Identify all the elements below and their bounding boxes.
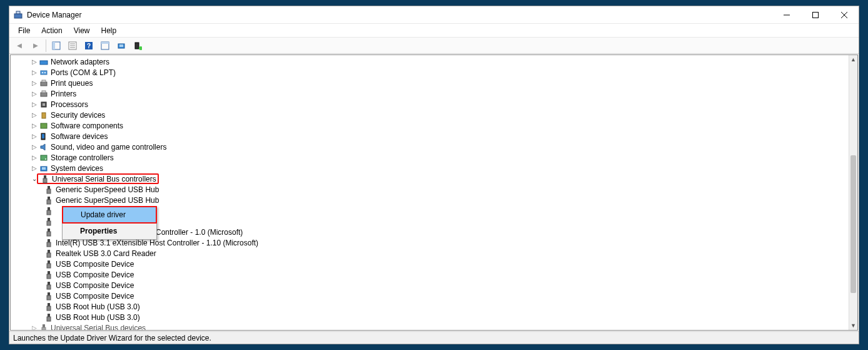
svg-rect-46 xyxy=(47,210,51,215)
expand-arrow-icon[interactable]: ▷ xyxy=(31,101,38,108)
svg-rect-47 xyxy=(48,218,50,221)
properties-button[interactable] xyxy=(65,39,80,53)
svg-rect-51 xyxy=(48,239,50,242)
usb-icon xyxy=(44,195,54,205)
menu-help[interactable]: Help xyxy=(96,25,122,36)
expand-arrow-icon[interactable]: ▷ xyxy=(31,324,38,330)
svg-rect-15 xyxy=(101,42,109,44)
scroll-up-button[interactable]: ▲ xyxy=(849,55,857,64)
close-button[interactable] xyxy=(830,6,859,24)
svg-rect-18 xyxy=(135,43,139,49)
svg-rect-66 xyxy=(47,317,51,321)
device-manager-window: Device Manager File Action View Help ◄ ► xyxy=(9,6,859,344)
expand-arrow-icon[interactable]: ▷ xyxy=(31,69,38,76)
expand-arrow-icon[interactable]: ▷ xyxy=(31,80,38,86)
svg-rect-62 xyxy=(47,296,51,300)
usb-icon xyxy=(44,291,54,301)
expand-arrow-icon[interactable]: ▷ xyxy=(31,165,38,172)
svg-rect-68 xyxy=(42,327,46,331)
network-adapter-icon xyxy=(39,57,49,67)
usb-icon xyxy=(44,217,54,227)
tree-item[interactable]: ▷Ports (COM & LPT) xyxy=(13,67,849,78)
tree-item[interactable]: ▷Processors xyxy=(13,99,849,110)
printer-icon xyxy=(39,78,49,88)
back-button[interactable]: ◄ xyxy=(12,39,27,53)
svg-point-36 xyxy=(45,158,46,160)
tree-item[interactable]: ▷Storage controllers xyxy=(13,152,849,163)
tree-item[interactable]: ▷Print queues xyxy=(13,78,849,88)
usb-icon xyxy=(44,185,54,195)
usb-icon xyxy=(39,323,49,331)
tree-item[interactable]: ▷Printers xyxy=(13,88,849,99)
tree-item-usb-controllers[interactable]: ⌄ Universal Serial Bus controllers xyxy=(13,173,849,184)
vertical-scrollbar[interactable]: ▲ ▼ xyxy=(849,55,857,330)
titlebar: Device Manager xyxy=(9,6,859,24)
tree-item[interactable]: ▷Sound, video and game controllers xyxy=(13,142,849,152)
expand-arrow-icon[interactable]: ▷ xyxy=(31,58,38,65)
svg-rect-25 xyxy=(42,80,46,82)
tree-item[interactable]: ▷Network adapters xyxy=(13,56,849,67)
tree-item[interactable]: ▷System devices xyxy=(13,163,849,173)
expand-arrow-icon[interactable]: ▷ xyxy=(31,133,38,140)
svg-rect-60 xyxy=(47,285,51,289)
show-hide-tree-button[interactable] xyxy=(49,39,64,53)
security-icon xyxy=(39,110,49,120)
svg-rect-1 xyxy=(16,11,20,14)
tree-item[interactable]: Generic SuperSpeed USB Hub xyxy=(13,184,849,195)
device-tree[interactable]: ▷Network adapters ▷Ports (COM & LPT) ▷Pr… xyxy=(13,55,849,330)
tree-item[interactable]: ▷Software components xyxy=(13,120,849,131)
ctx-update-driver[interactable]: Update driver xyxy=(62,206,157,224)
svg-rect-0 xyxy=(14,14,22,18)
usb-icon xyxy=(44,206,54,216)
maximize-button[interactable] xyxy=(801,6,830,24)
window-title: Device Manager xyxy=(27,11,81,19)
svg-rect-61 xyxy=(48,292,50,296)
svg-point-19 xyxy=(139,46,142,50)
expand-arrow-icon[interactable]: ▷ xyxy=(31,90,38,97)
scroll-down-button[interactable]: ▼ xyxy=(849,321,857,330)
usb-icon xyxy=(44,227,54,237)
highlight-annotation: Universal Serial Bus controllers xyxy=(37,173,159,184)
tree-item[interactable]: ▷Universal Serial Bus devices xyxy=(13,322,849,330)
ctx-properties[interactable]: Properties xyxy=(63,223,156,239)
storage-icon xyxy=(39,153,49,163)
svg-rect-45 xyxy=(48,207,50,210)
menu-file[interactable]: File xyxy=(13,25,35,36)
tree-item[interactable]: USB Composite Device xyxy=(13,291,849,301)
forward-button[interactable]: ► xyxy=(28,39,43,53)
svg-rect-31 xyxy=(41,123,47,128)
tree-item[interactable]: USB Composite Device xyxy=(13,280,849,291)
view-button[interactable] xyxy=(98,39,113,53)
svg-point-22 xyxy=(42,72,43,73)
menu-view[interactable]: View xyxy=(69,25,95,36)
svg-rect-64 xyxy=(47,306,51,311)
scan-hardware-button[interactable] xyxy=(114,39,129,53)
svg-rect-56 xyxy=(47,264,51,268)
svg-rect-30 xyxy=(42,113,46,118)
tree-item[interactable]: USB Composite Device xyxy=(13,269,849,280)
minimize-button[interactable] xyxy=(772,6,801,24)
expand-arrow-icon[interactable]: ▷ xyxy=(31,122,38,129)
menu-action[interactable]: Action xyxy=(36,25,67,36)
svg-point-23 xyxy=(44,72,46,73)
tree-item[interactable]: ▷Software devices xyxy=(13,131,849,142)
tree-item[interactable]: Realtek USB 3.0 Card Reader xyxy=(13,248,849,259)
tree-item[interactable]: ▷Security devices xyxy=(13,110,849,120)
svg-rect-24 xyxy=(41,82,47,86)
tree-item[interactable]: USB Root Hub (USB 3.0) xyxy=(13,312,849,322)
expand-arrow-icon[interactable]: ▷ xyxy=(31,143,38,150)
tree-item[interactable]: USB Root Hub (USB 3.0) xyxy=(13,301,849,312)
expand-arrow-icon[interactable]: ▷ xyxy=(31,154,38,161)
add-hardware-button[interactable] xyxy=(130,39,145,53)
help-button[interactable]: ? xyxy=(81,39,96,53)
tree-item[interactable]: Generic SuperSpeed USB Hub xyxy=(13,195,849,205)
svg-rect-41 xyxy=(48,186,50,189)
svg-rect-43 xyxy=(48,197,50,200)
svg-rect-55 xyxy=(48,260,50,264)
expand-arrow-icon[interactable]: ▷ xyxy=(31,111,38,118)
usb-icon xyxy=(44,270,54,280)
svg-rect-20 xyxy=(40,61,48,64)
scroll-thumb[interactable] xyxy=(850,155,856,293)
tree-item[interactable]: USB Composite Device xyxy=(13,259,849,269)
context-menu: Update driver Properties xyxy=(62,206,157,240)
